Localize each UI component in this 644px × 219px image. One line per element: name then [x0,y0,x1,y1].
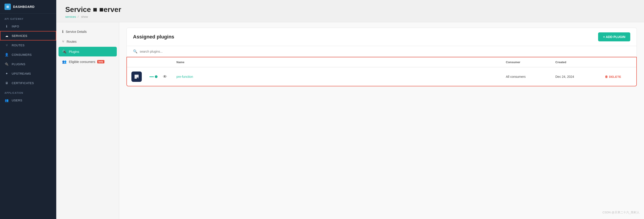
left-nav-routes-label: Routes [66,40,76,43]
table-header: Name Consumer Created [127,57,636,67]
trash-icon: 🗑 [605,75,608,78]
col-consumer-header: Consumer [506,60,555,64]
info-icon: ℹ [4,24,9,28]
sidebar-item-info[interactable]: ℹ INFO [0,21,56,31]
status-dot-cell [150,75,163,78]
page-title: Service ■ ■erver [65,5,635,14]
dashboard-icon: ⊞ [4,3,11,10]
col-created-header: Created [555,60,605,64]
panel-title: Assigned plugins [133,34,174,40]
sidebar-item-info-label: INFO [12,25,19,28]
left-nav-service-details-label: Service Details [66,30,87,33]
eye-cell[interactable]: 👁 [163,74,176,79]
eye-icon: 👁 [163,74,167,79]
sidebar-item-upstreams-label: UPSTREAMS [12,72,31,75]
col-icon [132,60,150,64]
search-input[interactable] [140,50,207,53]
plugin-icon-box [132,71,142,82]
sidebar-header: ⊞ DASHBOARD [0,0,56,14]
status-dot-circle [155,75,158,78]
col-eye [163,60,176,64]
consumer-cell: All consumers [506,75,555,78]
search-icon: 🔍 [133,49,138,53]
col-actions [605,60,632,64]
col-status [150,60,163,64]
breadcrumb: services / show [65,15,635,18]
section-application: APPLICATION [0,88,56,96]
services-icon: ☁ [4,33,9,38]
breadcrumb-show: show [81,15,88,18]
sidebar-item-services-label: SERVICES [12,34,28,37]
upstreams-icon: ✦ [4,71,9,76]
routes-icon: ⑂ [4,43,9,47]
sidebar-item-upstreams[interactable]: ✦ UPSTREAMS [0,69,56,78]
plugin-icon-cell [132,71,150,82]
status-dot-line [150,76,154,77]
delete-cell: 🗑 DELETE [605,75,632,78]
breadcrumb-separator: / [78,15,78,18]
sidebar-item-plugins[interactable]: 🔌 PLUGINS [0,59,56,69]
left-nav-service-details[interactable]: ℹ Service Details [58,27,117,36]
plugins-nav-icon: 🔌 [62,49,66,54]
sidebar-item-consumers-label: CONSUMERS [12,53,32,56]
sidebar: ⊞ DASHBOARD API GATEWAY ℹ INFO ☁ SERVICE… [0,0,56,219]
sidebar-item-plugins-label: PLUGINS [12,62,26,66]
users-icon: 👥 [4,98,9,103]
left-nav-plugins[interactable]: 🔌 Plugins [58,47,117,56]
delete-button[interactable]: 🗑 DELETE [605,75,621,78]
panel-header: Assigned plugins + ADD PLUGIN [126,28,637,46]
beta-badge: beta [97,60,105,63]
delete-label: DELETE [609,75,621,78]
sidebar-item-routes-label: ROUTES [12,44,24,47]
left-nav-eligible-consumers-label: Eligible consumers [69,60,96,64]
left-nav-routes[interactable]: ⑂ Routes [58,37,117,46]
dashboard-label: DASHBOARD [13,5,35,8]
eligible-consumers-icon: 👥 [62,60,66,64]
right-panel: Assigned plugins + ADD PLUGIN 🔍 Name Con… [119,22,644,219]
main-content: Service ■ ■erver services / show ℹ Servi… [56,0,644,219]
sidebar-item-routes[interactable]: ⑂ ROUTES [0,40,56,50]
consumers-icon: 👤 [4,52,9,57]
left-nav-plugins-label: Plugins [69,50,79,53]
sidebar-item-certificates-label: CERTIFICATES [12,81,34,85]
add-plugin-button[interactable]: + ADD PLUGIN [598,32,630,41]
sidebar-item-certificates[interactable]: 🖥 CERTIFICATES [0,78,56,88]
service-details-icon: ℹ [62,29,64,34]
sidebar-item-users[interactable]: 👥 USERS [0,96,56,105]
breadcrumb-services-link[interactable]: services [65,15,76,18]
left-nav: ℹ Service Details ⑂ Routes 🔌 Plugins 👥 E… [56,22,119,219]
content-area: ℹ Service Details ⑂ Routes 🔌 Plugins 👥 E… [56,22,644,219]
page-header: Service ■ ■erver services / show [56,0,644,22]
plugin-name[interactable]: pre-function [176,75,506,78]
table-row: 👁 pre-function All consumers Dec 24, 202… [127,67,636,86]
left-nav-eligible-consumers[interactable]: 👥 Eligible consumers beta [58,57,117,67]
search-bar: 🔍 [126,46,637,57]
plugins-icon: 🔌 [4,62,9,66]
plugins-table: Name Consumer Created [126,57,637,86]
col-name-header: Name [176,60,506,64]
routes-nav-icon: ⑂ [62,39,64,44]
sidebar-item-consumers[interactable]: 👤 CONSUMERS [0,50,56,59]
section-api-gateway: API GATEWAY [0,14,56,21]
certificates-icon: 🖥 [4,81,9,85]
sidebar-item-services[interactable]: ☁ SERVICES [0,31,56,40]
created-cell: Dec 24, 2024 [555,75,605,78]
sidebar-item-users-label: USERS [12,99,22,102]
